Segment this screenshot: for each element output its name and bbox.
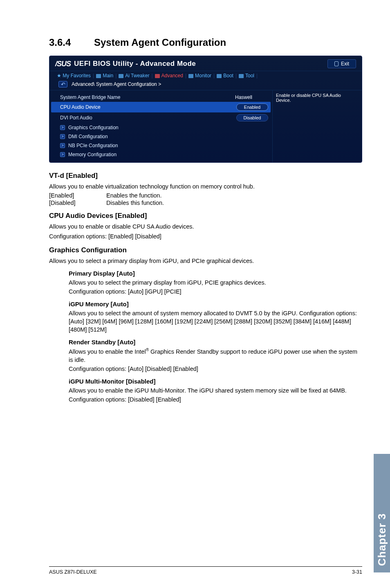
render-standby-opts: Configuration options: [Auto] [Disabled]… <box>69 365 362 373</box>
bios-screenshot: /SUS UEFI BIOS Utility - Advanced Mode E… <box>49 56 362 163</box>
chapter-label: Chapter 3 <box>376 513 388 566</box>
dvi-audio-value[interactable]: Disabled <box>236 114 268 121</box>
chevron-right-icon <box>60 134 65 139</box>
monitor-icon <box>188 74 193 78</box>
render-standby-heading: Render Standby [Auto] <box>69 339 362 346</box>
graphics-config-heading: Graphics Configuration <box>49 246 362 254</box>
bios-mode-title: UEFI BIOS Utility - Advanced Mode <box>74 60 196 68</box>
igpu-memory-desc: Allows you to select the amount of syste… <box>69 309 362 334</box>
igpu-multimon-opts: Configuration options: [Disabled] [Enabl… <box>69 395 362 404</box>
help-text: Enable or disable CPU SA Audio Device. <box>276 93 341 103</box>
footer-page: 3-31 <box>352 569 362 575</box>
row-bridge-name: System Agent Bridge Name Haswell <box>60 93 268 102</box>
registered-mark: ® <box>146 348 149 352</box>
primary-display-desc: Allows you to select the primary display… <box>69 278 362 287</box>
bridge-name-value: Haswell <box>219 94 268 100</box>
graphics-config-desc: Allows you to select a primary display f… <box>49 257 362 265</box>
tab-monitor[interactable]: Monitor <box>188 73 211 79</box>
tweaker-icon <box>119 74 123 78</box>
primary-display-opts: Configuration options: [Auto] [iGPU] [PC… <box>69 287 362 296</box>
igpu-memory-heading: iGPU Memory [Auto] <box>69 301 362 307</box>
cpu-audio-opts: Configuration options: [Enabled] [Disabl… <box>49 232 362 240</box>
footer-model: ASUS Z87I-DELUXE <box>49 569 97 575</box>
vtd-enabled-row: [Enabled]Enables the function. <box>49 192 362 199</box>
primary-display-heading: Primary Display [Auto] <box>69 270 362 277</box>
bios-title-bar: /SUS UEFI BIOS Utility - Advanced Mode <box>55 60 196 68</box>
tab-advanced[interactable]: Advanced <box>155 73 183 79</box>
bios-tabs: ★ My Favorites| Main| Ai Tweaker| Advanc… <box>49 71 362 79</box>
vtd-heading: VT-d [Enabled] <box>49 172 362 180</box>
page-footer: ASUS Z87I-DELUXE 3-31 <box>49 566 362 575</box>
row-cpu-audio-device[interactable]: CPU Audio Device Enabled <box>51 102 271 112</box>
help-panel: Enable or disable CPU SA Audio Device. <box>272 90 360 162</box>
list-icon <box>96 74 101 78</box>
cpu-audio-heading: CPU Audio Devices [Enabled] <box>49 212 362 220</box>
chevron-right-icon <box>60 125 65 130</box>
exit-label: Exit <box>341 61 349 67</box>
row-memory-config[interactable]: Memory Configuration <box>60 150 268 159</box>
vtd-disabled-row: [Disabled]Disables this function. <box>49 200 362 206</box>
exit-icon <box>334 61 338 66</box>
tool-icon <box>239 74 244 78</box>
chevron-right-icon <box>60 152 65 157</box>
render-standby-desc: Allows you to enable the Intel® Graphics… <box>69 347 362 364</box>
row-dvi-port-audio[interactable]: DVI Port Audio Disabled <box>60 112 268 123</box>
row-graphics-config[interactable]: Graphics Configuration <box>60 123 268 132</box>
row-dmi-config[interactable]: DMI Configuration <box>60 132 268 141</box>
cpu-audio-value[interactable]: Enabled <box>236 103 268 111</box>
tab-tool[interactable]: Tool <box>239 73 254 79</box>
tab-favorites[interactable]: ★ My Favorites <box>57 73 91 79</box>
igpu-multimon-heading: iGPU Multi-Monitor [Disabled] <box>69 378 362 385</box>
section-heading: 3.6.4System Agent Configuration <box>49 37 362 48</box>
boot-icon <box>217 74 222 78</box>
cpu-audio-desc: Allows you to enable or disable CPU SA A… <box>49 222 362 231</box>
row-nb-pcie-config[interactable]: NB PCIe Configuration <box>60 141 268 150</box>
chapter-sidebar: Chapter 3 <box>374 454 390 572</box>
tab-boot[interactable]: Boot <box>217 73 233 79</box>
asus-logo: /SUS <box>55 60 71 68</box>
tab-ai-tweaker[interactable]: Ai Tweaker <box>119 73 149 79</box>
igpu-multimon-desc: Allows you to enable the iGPU Multi-Moni… <box>69 386 362 395</box>
exit-button[interactable]: Exit <box>327 59 356 68</box>
back-button[interactable]: ↶ <box>58 81 67 88</box>
section-number: 3.6.4 <box>49 37 94 48</box>
vtd-desc: Allows you to enable virtualization tech… <box>49 182 362 191</box>
tab-main[interactable]: Main <box>96 73 113 79</box>
advanced-icon <box>155 74 160 78</box>
breadcrumb: Advanced\ System Agent Configuration > <box>72 81 161 87</box>
section-title: System Agent Configuration <box>94 37 226 48</box>
chevron-right-icon <box>60 143 65 148</box>
